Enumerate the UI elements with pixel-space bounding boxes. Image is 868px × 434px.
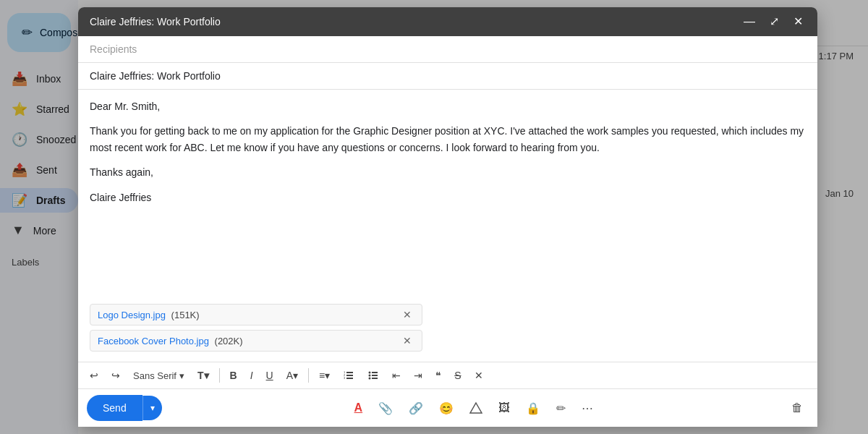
insert-drive-button[interactable] (464, 397, 488, 419)
svg-rect-0 (346, 372, 353, 373)
attach-file-button[interactable]: 📎 (373, 397, 399, 420)
attachment-item-2: Facebook Cover Photo.jpg (202K) ✕ (90, 330, 422, 352)
strikethrough-button[interactable]: S (448, 367, 467, 384)
insert-link-button[interactable]: 🔗 (403, 397, 429, 420)
minimize-button[interactable]: — (741, 14, 758, 29)
underline-button[interactable]: U (260, 367, 279, 384)
bottom-tools: A 📎 🔗 😊 🖼 🔒 ✏ ⋯ (349, 397, 600, 420)
svg-rect-11 (372, 378, 378, 379)
recipients-placeholder: Recipients (90, 43, 137, 55)
modal-header: Claire Jeffries: Work Portfolio — ⤢ ✕ (78, 7, 817, 36)
svg-point-8 (369, 378, 371, 380)
align-button[interactable]: ≡▾ (313, 367, 336, 384)
attachment-1-size: (151K) (171, 310, 200, 320)
quote-button[interactable]: ❝ (430, 367, 447, 384)
modal-controls: — ⤢ ✕ (741, 14, 806, 29)
expand-button[interactable]: ⤢ (767, 14, 782, 29)
italic-button[interactable]: I (244, 367, 259, 384)
attachment-2-size: (202K) (215, 336, 243, 346)
svg-rect-10 (372, 375, 378, 376)
closing: Thanks again, (90, 164, 806, 180)
subject-text: Claire Jeffries: Work Portfolio (90, 70, 221, 82)
salutation: Dear Mr. Smith, (90, 98, 806, 114)
toolbar-separator-2 (308, 368, 309, 383)
email-body[interactable]: Dear Mr. Smith, Thank you for getting ba… (78, 90, 817, 298)
svg-rect-1 (346, 375, 353, 376)
send-section: Send ▾ (87, 395, 162, 421)
font-dropdown-icon: ▾ (179, 370, 184, 381)
send-dropdown-button[interactable]: ▾ (142, 396, 162, 420)
drive-icon (469, 401, 482, 414)
signature: Claire Jeffries (90, 190, 806, 205)
undo-button[interactable]: ↩ (84, 367, 104, 384)
clear-format-button[interactable]: ✕ (469, 367, 489, 384)
text-color-tool-button[interactable]: A (349, 397, 369, 419)
confidential-button[interactable]: 🔒 (520, 397, 546, 420)
attachment-1-remove-button[interactable]: ✕ (400, 309, 414, 320)
svg-point-7 (369, 375, 371, 377)
numbered-list-button[interactable]: 1 2 3 (337, 367, 360, 384)
toolbar-separator-1 (219, 368, 220, 383)
bulleted-list-icon (367, 370, 379, 381)
insert-emoji-button[interactable]: 😊 (433, 397, 459, 420)
svg-point-6 (369, 372, 371, 374)
svg-rect-2 (346, 378, 353, 379)
font-selector[interactable]: Sans Serif ▾ (127, 367, 190, 384)
attachment-2-remove-button[interactable]: ✕ (400, 335, 414, 346)
font-name: Sans Serif (133, 370, 176, 381)
body-paragraph: Thank you for getting back to me on my a… (90, 123, 806, 156)
indent-more-button[interactable]: ⇥ (408, 367, 428, 384)
text-color-tool-icon: A (354, 401, 363, 414)
attachment-1-name: Logo Design.jpg (98, 310, 166, 320)
compose-modal: Claire Jeffries: Work Portfolio — ⤢ ✕ Re… (78, 7, 817, 427)
formatting-toolbar: ↩ ↪ Sans Serif ▾ T▾ B I U A▾ ≡▾ 1 2 3 (78, 362, 817, 388)
redo-button[interactable]: ↪ (106, 367, 126, 384)
attachments-area: Logo Design.jpg (151K) ✕ Facebook Cover … (78, 298, 817, 362)
attachment-2-name: Facebook Cover Photo.jpg (98, 336, 209, 346)
bottom-toolbar: Send ▾ A 📎 🔗 😊 🖼 🔒 ✏ ⋯ 🗑 (78, 388, 817, 427)
svg-text:3: 3 (344, 376, 346, 380)
attachment-item-1: Logo Design.jpg (151K) ✕ (90, 304, 422, 326)
svg-marker-12 (470, 403, 482, 413)
more-options-button[interactable]: ⋯ (576, 397, 599, 420)
insert-photo-button[interactable]: 🖼 (493, 397, 516, 419)
bold-button[interactable]: B (224, 367, 243, 384)
text-color-button[interactable]: A▾ (281, 367, 304, 384)
send-button[interactable]: Send (87, 395, 142, 421)
delete-draft-button[interactable]: 🗑 (786, 397, 809, 419)
bulleted-list-button[interactable] (362, 367, 385, 384)
signature-button[interactable]: ✏ (550, 397, 571, 420)
numbered-list-icon: 1 2 3 (343, 370, 354, 381)
recipients-row[interactable]: Recipients (78, 36, 817, 63)
subject-row[interactable]: Claire Jeffries: Work Portfolio (78, 63, 817, 90)
close-button[interactable]: ✕ (791, 14, 806, 29)
indent-less-button[interactable]: ⇤ (386, 367, 407, 384)
font-size-button[interactable]: T▾ (192, 367, 215, 384)
svg-rect-9 (372, 372, 378, 373)
modal-title: Claire Jeffries: Work Portfolio (90, 16, 221, 27)
